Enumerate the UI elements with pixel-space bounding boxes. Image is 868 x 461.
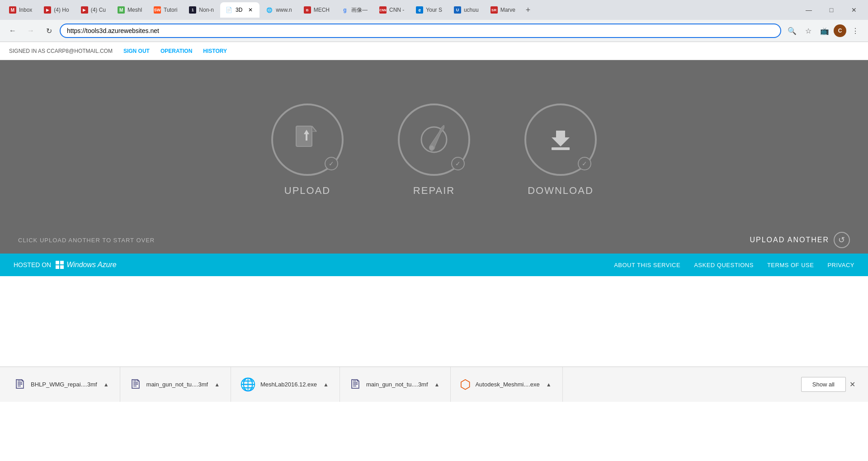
tab-yt1[interactable]: ▶ (4) Ho — [38, 2, 74, 18]
repair-circle: ✓ — [398, 103, 470, 176]
history-link[interactable]: HISTORY — [203, 48, 227, 54]
svg-rect-7 — [552, 147, 570, 150]
meshlab-favicon: M — [118, 6, 125, 14]
yt2-favicon: ▶ — [81, 6, 88, 14]
repair-label: REPAIR — [413, 185, 455, 197]
tab-mech-label: MECH — [314, 7, 330, 13]
cast-icon[interactable]: 📺 — [817, 24, 832, 38]
asked-questions-link[interactable]: ASKED QUESTIONS — [694, 262, 754, 268]
lens-icon[interactable]: 🔍 — [785, 24, 799, 38]
step-download: ✓ DOWNLOAD — [524, 103, 597, 197]
azure-footer-links: ABOUT THIS SERVICE ASKED QUESTIONS TERMS… — [614, 262, 854, 268]
download-label: DOWNLOAD — [528, 185, 594, 197]
sw-favicon: SW — [154, 6, 161, 14]
tab-edge-label: Your S — [426, 7, 442, 13]
about-service-link[interactable]: ABOUT THIS SERVICE — [614, 262, 680, 268]
edge-favicon: e — [416, 6, 423, 14]
upload-circle: ✓ — [271, 103, 344, 176]
refresh-button[interactable]: ↻ — [42, 24, 56, 38]
repair-check-badge: ✓ — [451, 157, 465, 170]
tab-yt2-label: (4) Cu — [91, 7, 106, 13]
tab-3d-close-icon[interactable]: ✕ — [247, 6, 254, 14]
tab-gmail-label: Inbox — [19, 7, 32, 13]
upload-icon — [289, 122, 326, 158]
tab-1password[interactable]: 1 Non-n — [184, 2, 219, 18]
tab-google[interactable]: g 画像— — [336, 2, 373, 18]
tab-gmail[interactable]: M Inbox — [4, 2, 38, 18]
azure-logo: Windows Azure — [56, 261, 116, 269]
show-all-button[interactable]: Show all — [801, 377, 846, 392]
browser-chrome: M Inbox ▶ (4) Ho ▶ (4) Cu M Meshl SW Tut… — [0, 0, 868, 42]
download-icon — [542, 122, 579, 158]
address-input[interactable] — [60, 24, 781, 38]
tab-sw[interactable]: SW Tutori — [148, 2, 183, 18]
signed-in-label: SIGNED IN AS CCARP8@HOTMAIL.COM — [9, 48, 113, 54]
tab-uchuu-label: uchuu — [464, 7, 479, 13]
tab-www[interactable]: 🌐 www.n — [260, 2, 297, 18]
cnn-favicon: CNN — [379, 6, 387, 14]
download-item-4: 🖹 main_gun_not_tu....3mf ▲ — [340, 367, 451, 402]
repair-icon — [416, 122, 452, 158]
azure-hosted-label: HOSTED ON Windows Azure — [14, 261, 117, 269]
close-button[interactable]: ✕ — [844, 0, 864, 20]
tab-mech[interactable]: B MECH — [298, 2, 335, 18]
menu-icon[interactable]: ⋮ — [848, 24, 863, 38]
click-hint-text: CLICK UPLOAD ANOTHER TO START OVER — [18, 237, 155, 244]
address-bar: ← → ↻ 🔍 ☆ 📺 C ⋮ — [0, 20, 868, 42]
tab-cnn-label: CNN - — [389, 7, 404, 13]
site-nav: SIGNED IN AS CCARP8@HOTMAIL.COM SIGN OUT… — [0, 42, 868, 60]
dl3-chevron-icon[interactable]: ▲ — [321, 380, 330, 390]
sign-out-link[interactable]: SIGN OUT — [123, 48, 150, 54]
download-item-5: ⬡ Autodesk_Meshmi....exe ▲ — [451, 367, 562, 402]
minimize-button[interactable]: — — [798, 0, 819, 20]
svg-rect-0 — [296, 126, 312, 146]
privacy-link[interactable]: PRIVACY — [827, 262, 854, 268]
mech-favicon: B — [304, 6, 311, 14]
close-download-bar-button[interactable]: ✕ — [846, 376, 859, 392]
operation-link[interactable]: OPERATION — [160, 48, 192, 54]
tab-cnn[interactable]: CNN CNN - — [374, 2, 410, 18]
download-item-3: 🌐 MeshLab2016.12.exe ▲ — [231, 367, 340, 402]
steps-row: ✓ UPLOAD ✓ REPAIR ✓ — [271, 103, 597, 197]
google-favicon: g — [341, 6, 349, 14]
upload-label: UPLOAD — [284, 185, 330, 197]
terms-of-use-link[interactable]: TERMS OF USE — [767, 262, 814, 268]
tab-yt2[interactable]: ▶ (4) Cu — [75, 2, 111, 18]
1pass-favicon: 1 — [189, 6, 196, 14]
download-circle: ✓ — [524, 103, 597, 176]
dl5-chevron-icon[interactable]: ▲ — [544, 380, 553, 390]
tab-marvel[interactable]: SR Marve — [485, 2, 521, 18]
windows-icon — [56, 261, 64, 269]
marvel-favicon: SR — [491, 6, 498, 14]
upload-another-label: UPLOAD ANOTHER — [750, 236, 829, 244]
new-tab-button[interactable]: + — [522, 4, 534, 16]
3d-favicon: 📄 — [226, 6, 233, 14]
tab-3d[interactable]: 📄 3D ✕ — [220, 2, 259, 18]
azure-footer: HOSTED ON Windows Azure ABOUT THIS SERVI… — [0, 254, 868, 276]
tab-sw-label: Tutori — [164, 7, 177, 13]
window-controls: — □ ✕ — [798, 0, 864, 20]
dl4-filename: main_gun_not_tu....3mf — [366, 381, 428, 388]
dl4-chevron-icon[interactable]: ▲ — [433, 380, 442, 390]
dl2-chevron-icon[interactable]: ▲ — [212, 380, 222, 390]
svg-point-5 — [429, 146, 434, 150]
tab-google-label: 画像— — [351, 6, 368, 14]
tab-edge[interactable]: e Your S — [410, 2, 448, 18]
forward-button[interactable]: → — [24, 24, 38, 38]
upload-another-button[interactable]: UPLOAD ANOTHER ↺ — [750, 232, 850, 248]
dl2-filename: main_gun_not_tu....3mf — [146, 381, 208, 388]
address-bar-actions: 🔍 ☆ 📺 C ⋮ — [785, 24, 863, 38]
tab-meshlab[interactable]: M Meshl — [112, 2, 147, 18]
back-button[interactable]: ← — [5, 24, 20, 38]
dl1-chevron-icon[interactable]: ▲ — [102, 380, 111, 390]
tab-uchuu[interactable]: U uchuu — [448, 2, 484, 18]
download-check-badge: ✓ — [578, 157, 591, 170]
maximize-button[interactable]: □ — [821, 0, 842, 20]
dl1-info: BHLP_WMG_repai....3mf — [31, 381, 97, 388]
profile-avatar[interactable]: C — [834, 24, 846, 37]
dl1-filename: BHLP_WMG_repai....3mf — [31, 381, 97, 388]
bottom-action-bar: CLICK UPLOAD ANOTHER TO START OVER UPLOA… — [0, 226, 868, 254]
dl5-info: Autodesk_Meshmi....exe — [475, 381, 539, 388]
bookmark-icon[interactable]: ☆ — [801, 24, 816, 38]
dl2-info: main_gun_not_tu....3mf — [146, 381, 208, 388]
